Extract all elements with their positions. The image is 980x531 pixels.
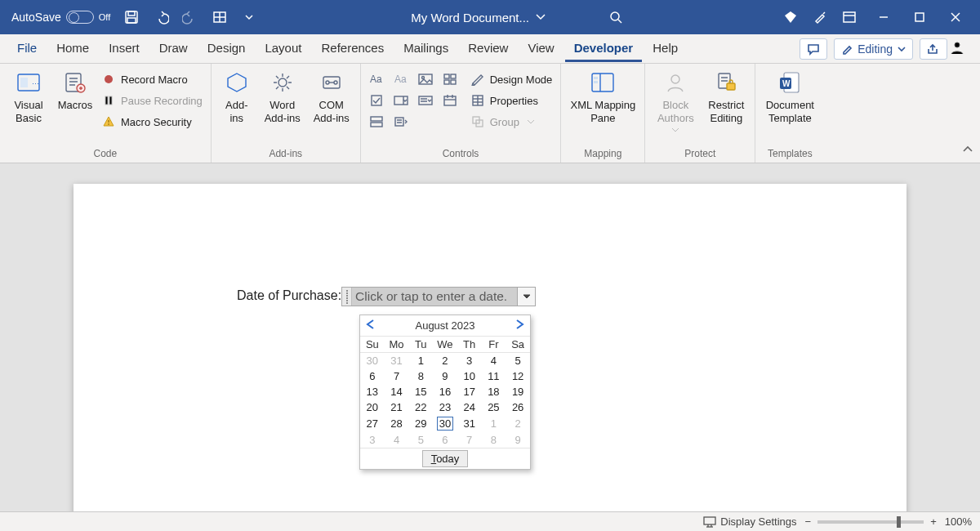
search-button[interactable]: [603, 4, 629, 30]
tab-design[interactable]: Design: [198, 35, 255, 62]
calendar-day-cell[interactable]: 5: [408, 432, 433, 448]
collapse-ribbon-button[interactable]: [962, 144, 973, 158]
record-macro-button[interactable]: Record Macro: [98, 69, 206, 90]
calendar-day-cell[interactable]: 27: [360, 415, 385, 432]
xml-mapping-button[interactable]: XML Mapping Pane: [566, 67, 639, 126]
control-grip[interactable]: [342, 288, 352, 306]
qat-dropdown-button[interactable]: [236, 4, 262, 30]
zoom-slider[interactable]: [817, 520, 924, 524]
calendar-title[interactable]: August 2023: [415, 319, 474, 332]
dropdown-control-button[interactable]: [415, 91, 436, 110]
calendar-day-cell[interactable]: 1: [408, 353, 433, 369]
calendar-day-cell[interactable]: 26: [506, 399, 530, 415]
calendar-day-cell[interactable]: 5: [506, 353, 530, 369]
share-button[interactable]: [920, 38, 947, 60]
brush-icon[interactable]: [807, 4, 833, 30]
redo-button[interactable]: [177, 4, 203, 30]
building-block-control-button[interactable]: [439, 69, 461, 89]
tab-file[interactable]: File: [8, 35, 46, 62]
tab-references[interactable]: References: [312, 35, 393, 62]
tab-review[interactable]: Review: [459, 35, 517, 62]
calendar-day-cell[interactable]: 18: [482, 384, 506, 399]
calendar-day-cell[interactable]: 22: [408, 399, 433, 415]
calendar-day-cell[interactable]: 11: [482, 368, 506, 384]
calendar-day-cell[interactable]: 14: [385, 384, 409, 399]
zoom-level[interactable]: 100%: [945, 515, 972, 528]
calendar-day-cell[interactable]: 25: [482, 399, 506, 415]
plain-text-control-button[interactable]: Aa: [390, 69, 412, 89]
calendar-day-cell[interactable]: 8: [482, 432, 506, 448]
calendar-day-cell[interactable]: 13: [360, 384, 385, 399]
qat-customize-button[interactable]: [207, 4, 233, 30]
calendar-day-cell[interactable]: 31: [457, 415, 482, 432]
undo-button[interactable]: [148, 4, 174, 30]
macros-button[interactable]: Macros: [54, 67, 96, 114]
zoom-in-button[interactable]: +: [930, 515, 937, 528]
today-button[interactable]: Today: [422, 450, 469, 467]
calendar-day-cell[interactable]: 28: [385, 415, 409, 432]
calendar-day-cell[interactable]: 30: [360, 353, 385, 369]
date-dropdown-button[interactable]: [517, 288, 535, 306]
calendar-day-cell[interactable]: 9: [433, 368, 457, 384]
tab-developer[interactable]: Developer: [565, 35, 643, 62]
maximize-button[interactable]: [902, 4, 938, 30]
calendar-day-cell[interactable]: 4: [482, 353, 506, 369]
calendar-day-cell[interactable]: 20: [360, 399, 385, 415]
design-mode-button[interactable]: Design Mode: [467, 69, 556, 90]
word-addins-button[interactable]: Word Add-ins: [259, 67, 306, 126]
calendar-day-cell[interactable]: 10: [457, 368, 482, 384]
tab-home[interactable]: Home: [47, 35, 98, 62]
repeating-section-control-button[interactable]: [366, 112, 387, 132]
document-area[interactable]: Date of Purchase: Click or tap to enter …: [0, 163, 980, 511]
legacy-tools-button[interactable]: [390, 112, 412, 132]
tab-view[interactable]: View: [519, 35, 563, 62]
calendar-day-cell[interactable]: 16: [433, 384, 457, 399]
macro-security-button[interactable]: Macro Security: [98, 111, 206, 132]
calendar-day-cell[interactable]: 7: [385, 368, 409, 384]
restrict-editing-button[interactable]: Restrict Editing: [702, 67, 750, 126]
zoom-out-button[interactable]: −: [805, 515, 812, 528]
combobox-control-button[interactable]: [390, 91, 412, 110]
display-settings-button[interactable]: Display Settings: [703, 515, 796, 528]
app-window-icon[interactable]: [836, 4, 862, 30]
calendar-day-cell[interactable]: 1: [482, 415, 506, 432]
calendar-day-cell[interactable]: 17: [457, 384, 482, 399]
rich-text-control-button[interactable]: Aa: [366, 69, 387, 89]
calendar-day-cell[interactable]: 8: [408, 368, 433, 384]
minimize-button[interactable]: [866, 4, 902, 30]
tab-layout[interactable]: Layout: [256, 35, 310, 62]
calendar-day-cell[interactable]: 30: [433, 415, 457, 432]
calendar-day-cell[interactable]: 29: [408, 415, 433, 432]
calendar-day-cell[interactable]: 3: [360, 432, 385, 448]
calendar-day-cell[interactable]: 12: [506, 368, 530, 384]
properties-button[interactable]: Properties: [467, 90, 556, 111]
calendar-day-cell[interactable]: 24: [457, 399, 482, 415]
calendar-day-cell[interactable]: 21: [385, 399, 409, 415]
save-button[interactable]: [118, 4, 145, 30]
account-icon[interactable]: [949, 39, 972, 58]
calendar-day-cell[interactable]: 7: [457, 432, 482, 448]
calendar-day-cell[interactable]: 15: [408, 384, 433, 399]
tab-insert[interactable]: Insert: [100, 35, 149, 62]
close-button[interactable]: [938, 4, 973, 30]
visual-basic-button[interactable]: ⋯ Visual Basic: [5, 67, 52, 126]
calendar-day-cell[interactable]: 4: [385, 432, 409, 448]
addins-button[interactable]: Add- ins: [216, 67, 257, 126]
calendar-day-cell[interactable]: 6: [360, 368, 385, 384]
calendar-day-cell[interactable]: 31: [385, 353, 409, 369]
date-input-placeholder[interactable]: Click or tap to enter a date.: [352, 288, 517, 306]
checkbox-control-button[interactable]: [366, 91, 387, 110]
tab-draw[interactable]: Draw: [150, 35, 197, 62]
comments-button[interactable]: [800, 38, 827, 60]
com-addins-button[interactable]: COM Add-ins: [308, 67, 355, 126]
tab-mailings[interactable]: Mailings: [394, 35, 457, 62]
tab-help[interactable]: Help: [644, 35, 687, 62]
calendar-day-cell[interactable]: 6: [433, 432, 457, 448]
autosave-toggle[interactable]: AutoSave Off: [7, 11, 115, 24]
calendar-day-cell[interactable]: 19: [506, 384, 530, 399]
calendar-day-cell[interactable]: 23: [433, 399, 457, 415]
calendar-day-cell[interactable]: 3: [457, 353, 482, 369]
document-title[interactable]: My Word Document...: [411, 11, 546, 25]
picture-control-button[interactable]: [415, 69, 436, 89]
calendar-day-cell[interactable]: 2: [506, 415, 530, 432]
